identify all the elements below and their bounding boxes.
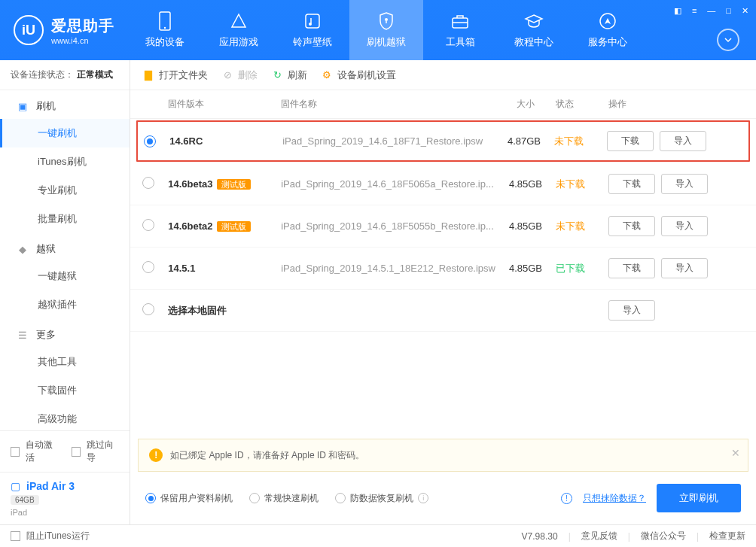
row-radio[interactable] — [142, 303, 154, 315]
firmware-name: iPad_Spring_2019_14.5.1_18E212_Restore.i… — [281, 263, 495, 274]
toolbar-refresh[interactable]: ↻ 刷新 — [271, 68, 307, 82]
flash-icon: ▣ — [17, 100, 29, 112]
import-button[interactable]: 导入 — [661, 258, 708, 278]
row-actions: 下载导入 — [608, 216, 744, 236]
firmware-name: iPad_Spring_2019_14.6_18F71_Restore.ipsw — [282, 135, 494, 147]
table-row[interactable]: 14.6RC iPad_Spring_2019_14.6_18F71_Resto… — [136, 120, 750, 162]
row-radio[interactable] — [142, 219, 154, 231]
header: iU 爱思助手 www.i4.cn 我的设备 应用游戏 铃声壁纸 刷机越狱 工具… — [0, 0, 756, 60]
sidebar-item-other-tools[interactable]: 其他工具 — [0, 348, 130, 376]
logo: iU 爱思助手 www.i4.cn — [0, 0, 128, 60]
nav-toolbox[interactable]: 工具箱 — [423, 0, 497, 60]
sidebar-item-itunes-flash[interactable]: iTunes刷机 — [0, 147, 130, 176]
graduation-icon — [524, 11, 544, 31]
table-row[interactable]: 14.5.1 iPad_Spring_2019_14.5.1_18E212_Re… — [130, 248, 756, 290]
import-button[interactable]: 导入 — [661, 216, 708, 236]
toolbar-delete[interactable]: ⊘ 删除 — [221, 68, 258, 82]
firmware-size: 4.87GB — [494, 135, 554, 147]
feedback-link[interactable]: 意见反馈 — [581, 530, 617, 542]
svg-point-4 — [385, 18, 388, 21]
firmware-state: 已下载 — [556, 262, 608, 275]
window-controls: ◧ ≡ — □ ✕ — [672, 5, 750, 17]
music-icon — [303, 11, 322, 31]
minimize-icon[interactable]: — — [706, 5, 717, 17]
row-radio[interactable] — [142, 261, 154, 273]
sidebar: 设备连接状态： 正常模式 ▣ 刷机 一键刷机 iTunes刷机 专业刷机 批量刷… — [0, 60, 130, 524]
close-icon[interactable]: ✕ — [740, 5, 750, 17]
row-actions: 下载导入 — [608, 258, 744, 278]
app-title: 爱思助手 — [51, 16, 114, 36]
svg-point-3 — [309, 23, 312, 26]
toolbar-open-folder[interactable]: ▇ 打开文件夹 — [142, 68, 208, 82]
import-button[interactable]: 导入 — [608, 300, 655, 321]
firmware-size: 4.85GB — [495, 220, 556, 232]
nav-flash[interactable]: 刷机越狱 — [349, 0, 423, 60]
auto-activate-checkbox[interactable] — [11, 447, 20, 457]
svg-point-1 — [164, 27, 166, 29]
firmware-version: 14.5.1 — [168, 263, 281, 274]
nav-ringtones[interactable]: 铃声壁纸 — [276, 0, 349, 60]
table-row[interactable]: 14.6beta3测试版 iPad_Spring_2019_14.6_18F50… — [130, 163, 756, 205]
row-actions: 导入 — [608, 300, 744, 321]
device-capacity: 64GB — [11, 495, 39, 505]
sidebar-item-batch-flash[interactable]: 批量刷机 — [0, 205, 130, 233]
firmware-name: iPad_Spring_2019_14.6_18F5055b_Restore.i… — [281, 220, 495, 232]
sidebar-item-oneclick-flash[interactable]: 一键刷机 — [0, 119, 130, 147]
firmware-version: 选择本地固件 — [168, 304, 281, 318]
sidebar-item-pro-flash[interactable]: 专业刷机 — [0, 176, 130, 205]
sidebar-item-advanced[interactable]: 高级功能 — [0, 405, 130, 430]
check-update-link[interactable]: 检查更新 — [709, 530, 745, 542]
firmware-version: 14.6beta2测试版 — [168, 220, 281, 232]
device-info[interactable]: ▢ iPad Air 3 64GB iPad — [0, 472, 130, 524]
maximize-icon[interactable]: □ — [724, 5, 733, 17]
phone-icon — [155, 11, 175, 31]
opt-keep-data[interactable]: 保留用户资料刷机 — [145, 492, 233, 505]
info-icon[interactable]: i — [418, 493, 428, 503]
toolbar-settings[interactable]: ⚙ 设备刷机设置 — [321, 68, 396, 82]
download-button[interactable]: 下载 — [608, 258, 655, 278]
sidebar-group-jailbreak[interactable]: ◆ 越狱 — [0, 233, 130, 262]
nav-apps[interactable]: 应用游戏 — [202, 0, 276, 60]
table-row[interactable]: 选择本地固件 导入 — [130, 290, 756, 332]
firmware-size: 4.85GB — [495, 263, 556, 274]
menu-icon[interactable]: ≡ — [690, 5, 698, 17]
sidebar-item-oneclick-jb[interactable]: 一键越狱 — [0, 262, 130, 290]
table-row[interactable]: 14.6beta2测试版 iPad_Spring_2019_14.6_18F50… — [130, 205, 756, 248]
firmware-name: iPad_Spring_2019_14.6_18F5065a_Restore.i… — [281, 178, 495, 190]
opt-anti-recover[interactable]: 防数据恢复刷机 i — [335, 492, 428, 505]
row-radio[interactable] — [142, 177, 154, 189]
download-button[interactable]: 下载 — [607, 131, 654, 151]
import-button[interactable]: 导入 — [661, 174, 708, 194]
svg-rect-2 — [306, 14, 319, 28]
skin-icon[interactable]: ◧ — [672, 5, 683, 17]
banner-close-icon[interactable]: ✕ — [731, 447, 740, 459]
folder-icon: ▇ — [142, 69, 154, 81]
firmware-version: 14.6RC — [169, 135, 282, 147]
block-itunes-checkbox[interactable] — [11, 531, 20, 541]
sidebar-group-more[interactable]: ☰ 更多 — [0, 319, 130, 348]
row-radio[interactable] — [144, 135, 156, 147]
flash-now-button[interactable]: 立即刷机 — [657, 484, 741, 512]
gear-icon: ⚙ — [321, 69, 333, 81]
firmware-size: 4.85GB — [495, 178, 556, 190]
sidebar-item-download-fw[interactable]: 下载固件 — [0, 376, 130, 405]
help-icon[interactable]: ! — [561, 493, 572, 504]
download-button[interactable]: 下载 — [608, 216, 655, 236]
sidebar-group-flash[interactable]: ▣ 刷机 — [0, 90, 130, 119]
nav-my-device[interactable]: 我的设备 — [128, 0, 202, 60]
download-button[interactable]: 下载 — [608, 174, 655, 194]
firmware-state: 未下载 — [556, 220, 608, 233]
appleid-warning-banner: ! 如已绑定 Apple ID，请准备好 Apple ID 和密码。 ✕ — [138, 439, 748, 472]
nav-tutorial[interactable]: 教程中心 — [497, 0, 571, 60]
sidebar-item-jb-plugins[interactable]: 越狱插件 — [0, 290, 130, 319]
import-button[interactable]: 导入 — [660, 131, 706, 151]
dropdown-arrow-icon[interactable] — [717, 29, 739, 51]
erase-only-link[interactable]: 只想抹除数据？ — [583, 492, 646, 505]
opt-quick-flash[interactable]: 常规快速刷机 — [249, 492, 319, 505]
nav-service[interactable]: 服务中心 — [571, 0, 645, 60]
auto-activate-row: 自动激活 跳过向导 — [0, 431, 130, 472]
apps-icon — [229, 11, 248, 31]
wechat-link[interactable]: 微信公众号 — [641, 530, 686, 542]
skip-guide-checkbox[interactable] — [72, 447, 81, 457]
compass-icon — [598, 11, 617, 31]
